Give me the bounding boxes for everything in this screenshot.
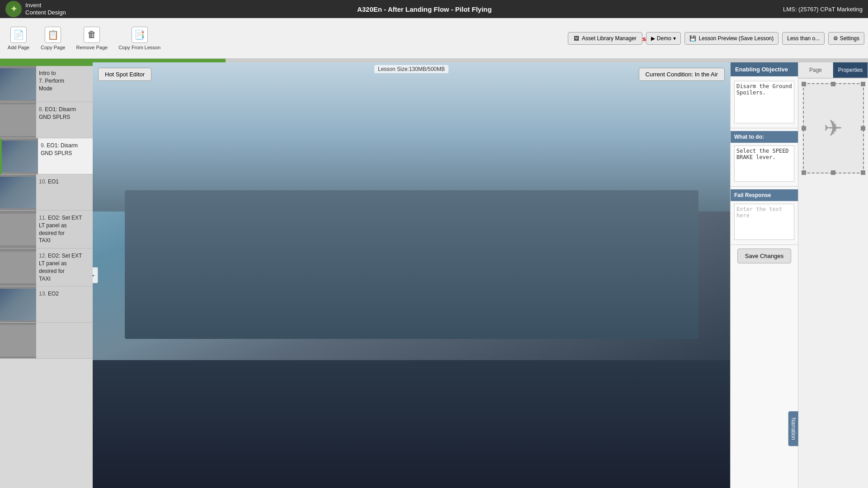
- condition-badge: Current Condition: In the Air: [639, 68, 725, 81]
- sidebar: Intro to7. PerformMode 8. EO1: DisarmGND…: [0, 62, 93, 488]
- lesson-preview-button[interactable]: 💾 Lesson Preview (Save Lesson): [684, 32, 778, 45]
- lms-info: LMS: (25767) CPaT Marketing: [783, 6, 863, 13]
- thumb-image-4: [0, 177, 36, 208]
- cockpit-image: [93, 62, 730, 488]
- sidebar-item-8[interactable]: [0, 323, 93, 359]
- sidebar-thumb-2: [0, 102, 36, 138]
- fail-response-header: Fail Response: [731, 189, 798, 201]
- copy-page-icon: 📋: [45, 27, 61, 43]
- resize-handle-tr[interactable]: [861, 82, 865, 86]
- narration-tab[interactable]: Narration: [788, 411, 798, 446]
- sidebar-label-2: 8. EO1: DisarmGND SPLRS: [36, 102, 93, 138]
- lesson-size-label: Lesson Size:130MB/500MB: [374, 65, 448, 73]
- resize-handle-br[interactable]: [861, 170, 865, 175]
- copy-page-button[interactable]: 📋 Copy Page: [41, 27, 65, 50]
- demo-icon: ▶: [651, 35, 655, 42]
- enabling-objective-dropdown[interactable]: Enabling Objective Learning Objective Te…: [731, 62, 798, 76]
- sidebar-thumb-8: [0, 323, 36, 358]
- sidebar-item-5[interactable]: 11. EO2: Set EXTLT panel asdesired forTA…: [0, 211, 93, 249]
- sidebar-label-6: 12. EO2: Set EXTLT panel asdesired forTA…: [36, 249, 93, 286]
- thumb-image-2: [0, 104, 36, 136]
- thumb-image-5: [0, 214, 36, 245]
- sidebar-item-1[interactable]: Intro to7. PerformMode: [0, 66, 93, 102]
- canvas-area: Lesson Size:130MB/500MB Hot Spot Editor …: [93, 62, 730, 488]
- enabling-content-textarea[interactable]: Disarm the Ground Spoilers.: [734, 81, 794, 123]
- thumb-image-3: [2, 141, 38, 172]
- airplane-icon: ✈: [824, 115, 843, 141]
- sidebar-label-3: 9. EO1: DisarmGND SPLRS: [38, 138, 93, 174]
- sidebar-item-3[interactable]: 9. EO1: DisarmGND SPLRS: [0, 138, 93, 174]
- cockpit-floor: [93, 360, 730, 488]
- demo-chevron-icon: ▾: [673, 35, 676, 42]
- logo-text: Invent Content Design: [25, 2, 66, 16]
- main-content: Intro to7. PerformMode 8. EO1: DisarmGND…: [0, 62, 868, 488]
- add-page-button[interactable]: 📄 Add Page: [7, 27, 30, 50]
- sidebar-label-5: 11. EO2: Set EXTLT panel asdesired forTA…: [36, 211, 93, 248]
- topbar: ✦ Invent Content Design A320En - After L…: [0, 0, 868, 18]
- save-changes-button[interactable]: Save Changes: [737, 249, 791, 263]
- resize-handle-bl[interactable]: [802, 170, 806, 175]
- progress-bar-fill: [0, 59, 226, 62]
- remove-page-icon: 🗑: [84, 27, 100, 43]
- enabling-panel: Enabling Objective Learning Objective Te…: [730, 62, 798, 488]
- thumb-image-6: [0, 252, 36, 283]
- sidebar-item-6[interactable]: 12. EO2: Set EXTLT panel asdesired forTA…: [0, 249, 93, 286]
- collapse-panel-button[interactable]: ►: [93, 267, 98, 283]
- logo-icon: ✦: [5, 1, 22, 17]
- sidebar-item-7[interactable]: 13. EO2: [0, 286, 93, 323]
- cockpit-sky: [93, 62, 730, 211]
- sidebar-thumb-3: [2, 138, 38, 174]
- what-to-do-header: What to do:: [731, 131, 798, 143]
- tab-page[interactable]: Page: [798, 62, 833, 78]
- resize-handle-mr[interactable]: [861, 126, 865, 131]
- what-to-do-section: What to do: Select the SPEED BRAKE lever…: [731, 128, 798, 187]
- tab-properties[interactable]: Properties: [833, 62, 868, 78]
- settings-icon: ⚙: [833, 35, 838, 42]
- sidebar-label-1: Intro to7. PerformMode: [36, 66, 93, 102]
- settings-button[interactable]: ⚙ Settings: [828, 32, 864, 45]
- what-to-do-textarea[interactable]: Select the SPEED BRAKE lever.: [734, 145, 794, 182]
- sidebar-top-strip: [0, 62, 93, 66]
- topbar-title: A320En - After Landing Flow - Pilot Flyi…: [357, 5, 492, 13]
- less-than-button[interactable]: Less than o...: [782, 32, 825, 45]
- fail-response-textarea[interactable]: Enter the text here: [734, 204, 794, 240]
- topbar-logo: ✦ Invent Content Design: [5, 1, 66, 17]
- asset-library-button[interactable]: 🖼 Asset Library Manager: [568, 32, 642, 45]
- sidebar-item-2[interactable]: 8. EO1: DisarmGND SPLRS: [0, 102, 93, 138]
- page-properties-tabs: Page Properties: [798, 62, 868, 79]
- thumb-image-8: [0, 325, 36, 357]
- airplane-widget: ✈: [803, 83, 864, 174]
- toolbar-right-buttons: 🖼 Asset Library Manager ▶ Demo ▾ 💾 Lesso…: [568, 32, 864, 45]
- demo-button[interactable]: ▶ Demo ▾: [646, 32, 681, 45]
- copy-from-lesson-button[interactable]: 📑 Copy From Lesson: [118, 27, 160, 50]
- properties-panel: Page Properties ✈: [798, 62, 868, 488]
- add-page-icon: 📄: [10, 27, 27, 43]
- sidebar-thumb-5: [0, 211, 36, 248]
- resize-handle-bm[interactable]: [831, 170, 835, 175]
- enabling-header: Enabling Objective Learning Objective Te…: [731, 62, 798, 76]
- copy-from-lesson-icon: 📑: [132, 27, 148, 43]
- sidebar-label-4: 10. EO1: [36, 174, 93, 210]
- sidebar-item-4[interactable]: 10. EO1: [0, 174, 93, 211]
- remove-page-button[interactable]: 🗑 Remove Page: [76, 27, 108, 50]
- enabling-content-section: Disarm the Ground Spoilers.: [731, 78, 798, 128]
- sidebar-thumb-6: [0, 249, 36, 286]
- fail-response-section: Fail Response Enter the text here: [731, 187, 798, 245]
- cockpit-instrument-panel: [125, 190, 698, 339]
- sidebar-label-7: 13. EO2: [36, 286, 93, 322]
- sidebar-thumb-1: [0, 66, 36, 102]
- toolbar: 📄 Add Page 📋 Copy Page 🗑 Remove Page 📑 C…: [0, 18, 868, 59]
- sidebar-thumb-4: [0, 174, 36, 210]
- progress-bar-container: [0, 59, 868, 62]
- sidebar-thumb-7: [0, 286, 36, 322]
- resize-handle-tl[interactable]: [802, 82, 806, 86]
- resize-handle-tm[interactable]: [831, 82, 835, 86]
- asset-lib-icon: 🖼: [574, 35, 579, 42]
- thumb-image-1: [0, 68, 36, 100]
- hotspot-editor-button[interactable]: Hot Spot Editor: [98, 68, 151, 81]
- resize-handle-ml[interactable]: [802, 126, 806, 131]
- thumb-image-7: [0, 289, 36, 320]
- sidebar-label-8: [36, 323, 93, 358]
- preview-icon: 💾: [689, 35, 696, 42]
